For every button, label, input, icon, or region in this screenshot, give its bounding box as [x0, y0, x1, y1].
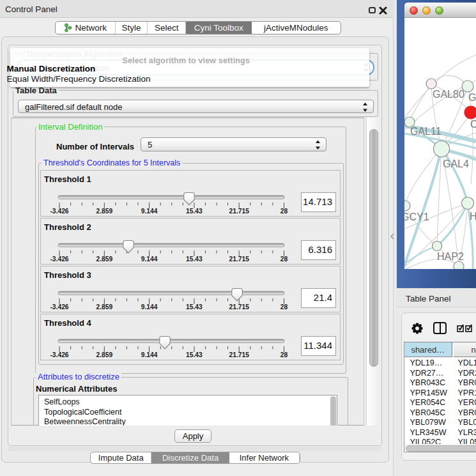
- svg-text:GA: GA: [468, 92, 476, 103]
- svg-text:GAL4: GAL4: [443, 158, 469, 169]
- svg-text:HAP2: HAP2: [437, 251, 464, 262]
- svg-text:CI: CI: [470, 119, 476, 130]
- svg-text:GCY1: GCY1: [404, 211, 429, 222]
- svg-text:GAL80: GAL80: [433, 89, 464, 100]
- svg-text:HA: HA: [470, 211, 476, 222]
- svg-text:GAL11: GAL11: [410, 126, 441, 137]
